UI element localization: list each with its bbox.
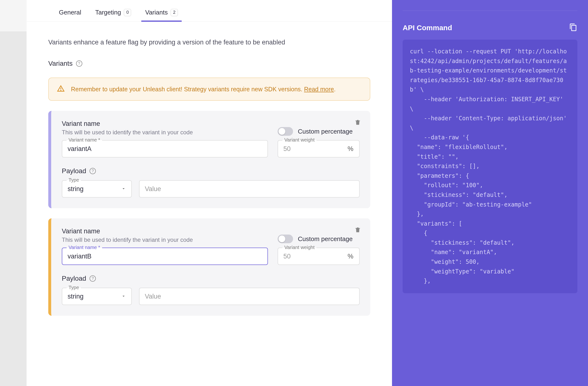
variant-name-label: Variant name [62,227,268,235]
tab-variants-label: Variants [145,9,168,16]
variant-name-float-label: Variant name * [67,245,102,250]
api-command-title: API Command [403,24,452,32]
payload-value-input[interactable] [139,180,360,198]
copy-icon[interactable] [569,23,577,32]
delete-variant-button[interactable] [354,119,361,127]
sdk-alert: Remember to update your Unleash client! … [48,78,370,101]
variant-name-help: This will be used to identify the varian… [62,236,268,243]
custom-percentage-label: Custom percentage [298,128,353,135]
payload-value-input[interactable] [139,288,360,305]
left-gutter [0,0,26,386]
help-icon[interactable]: ? [76,60,82,67]
help-icon[interactable]: ? [89,168,96,174]
alert-text: Remember to update your Unleash client! … [71,86,336,93]
variant-name-label: Variant name [62,120,268,128]
payload-type-value: string [68,185,84,193]
section-title: Variants [48,60,73,68]
tab-variants-count: 2 [171,9,178,16]
payload-label: Payload [62,167,86,175]
variant-weight-float-label: Variant weight [282,245,316,250]
tabs-bar: General Targeting 0 Variants 2 [26,0,392,22]
chevron-down-icon [121,185,126,193]
tab-variants[interactable]: Variants 2 [144,6,179,22]
variant-card: Variant name This will be used to identi… [48,111,370,208]
tab-general-label: General [59,9,81,16]
payload-label: Payload [62,275,86,282]
custom-percentage-toggle[interactable] [278,127,293,136]
percent-suffix: % [348,253,353,260]
variant-name-help: This will be used to identify the varian… [62,129,268,136]
tab-targeting[interactable]: Targeting 0 [94,6,132,22]
type-float-label: Type [67,285,81,290]
alert-read-more-link[interactable]: Read more [304,86,334,92]
variant-weight-float-label: Variant weight [282,137,316,143]
api-panel: API Command curl --location --request PU… [392,0,588,386]
warning-icon [57,85,65,93]
tab-targeting-label: Targeting [95,9,121,16]
chevron-down-icon [121,293,126,300]
intro-text: Variants enhance a feature flag by provi… [48,39,370,46]
left-gutter-top [0,0,26,31]
api-code-block[interactable]: curl --location --request PUT 'http://lo… [403,40,577,293]
help-icon[interactable]: ? [89,275,96,282]
delete-variant-button[interactable] [354,226,361,234]
payload-type-value: string [68,293,84,300]
variant-name-float-label: Variant name * [67,137,102,143]
alert-message: Remember to update your Unleash client! … [71,86,304,92]
custom-percentage-toggle[interactable] [278,235,293,243]
custom-percentage-label: Custom percentage [298,235,353,243]
svg-point-1 [61,90,61,91]
type-float-label: Type [67,177,81,183]
variant-card: Variant name This will be used to identi… [48,218,370,316]
tab-targeting-count: 0 [124,9,131,16]
tab-general[interactable]: General [58,6,82,22]
percent-suffix: % [348,145,353,153]
divider [403,11,577,11]
